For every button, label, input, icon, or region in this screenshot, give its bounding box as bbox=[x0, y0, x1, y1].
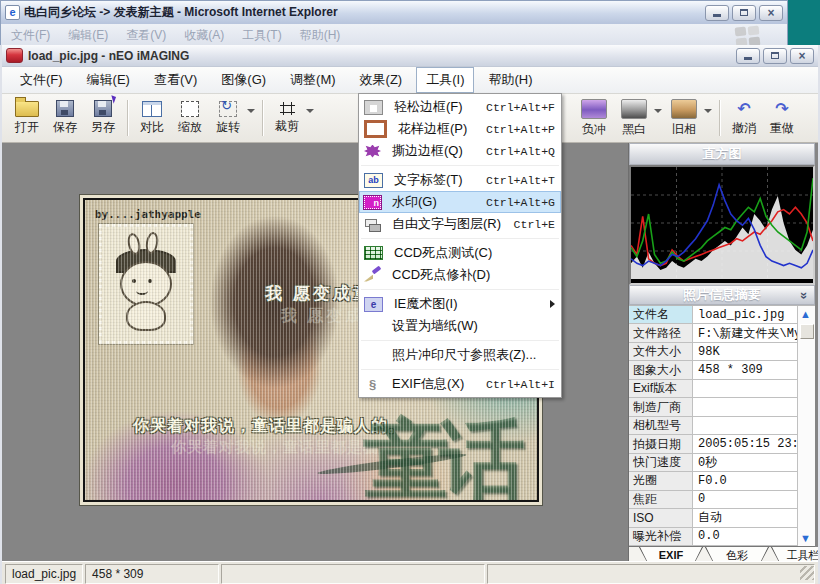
ie-maximize-button[interactable] bbox=[732, 5, 756, 21]
menu-item-top[interactable]: 图像(G) bbox=[211, 67, 276, 93]
tools-menu-item[interactable]: n水印(G)Ctrl+Alt+G bbox=[359, 191, 561, 213]
tools-dropdown-menu: 轻松边框(F)Ctrl+Alt+F花样边框(P)Ctrl+Alt+P撕边边框(Q… bbox=[358, 93, 562, 398]
sepia-thumb-icon bbox=[671, 99, 697, 119]
dropdown-arrow-icon[interactable] bbox=[306, 109, 314, 113]
dropdown-arrow-icon[interactable] bbox=[704, 109, 712, 113]
info-label[interactable]: ISO bbox=[629, 509, 693, 526]
cartoon-eye bbox=[148, 279, 152, 283]
toolbar-button-label: 负冲 bbox=[582, 121, 606, 138]
menu-item-top[interactable]: 效果(Z) bbox=[350, 67, 413, 93]
toolbar-button-label: 重做 bbox=[770, 120, 794, 137]
ie-menu-item[interactable]: 编辑(E) bbox=[68, 27, 108, 44]
tab-工具栏[interactable]: 工具栏 bbox=[771, 547, 818, 561]
tools-menu-shortcut: Ctrl+Alt+P bbox=[486, 123, 555, 136]
toolbar-button-sepiathumb[interactable]: 旧相 bbox=[664, 97, 704, 140]
ie-menu-item[interactable]: 查看(V) bbox=[126, 27, 166, 44]
toolbar-button-saveasfloppy[interactable]: 另存 bbox=[84, 98, 122, 138]
ie-close-button[interactable]: × bbox=[759, 5, 783, 21]
ie-menubar: 文件(F)编辑(E)查看(V)收藏(A)工具(T)帮助(H) bbox=[1, 24, 787, 46]
neo-close-button[interactable]: × bbox=[790, 48, 814, 64]
tools-menu-item[interactable]: 撕边边框(Q)Ctrl+Alt+Q bbox=[359, 140, 561, 162]
dropdown-arrow-icon[interactable] bbox=[247, 109, 255, 113]
info-value: 98K bbox=[693, 343, 798, 360]
tools-menu-item[interactable]: 照片冲印尺寸参照表(Z)... bbox=[359, 344, 561, 366]
tab-label: EXIF bbox=[645, 547, 697, 561]
info-label[interactable]: 相机型号 bbox=[629, 417, 693, 434]
info-value: 458 * 309 bbox=[693, 361, 798, 378]
dropdown-arrow-icon[interactable] bbox=[654, 109, 662, 113]
tools-menu-shortcut: Ctrl+Alt+T bbox=[486, 174, 555, 187]
collapse-chevron-icon[interactable]: » bbox=[797, 292, 812, 299]
info-label[interactable]: 曝光补偿 bbox=[629, 528, 693, 545]
menu-item-top[interactable]: 调整(M) bbox=[280, 67, 346, 93]
toolbar-button-cropmarks[interactable]: 裁剪 bbox=[268, 100, 306, 137]
menu-item-top[interactable]: 查看(V) bbox=[144, 67, 207, 93]
ie-titlebar[interactable]: e 电白同乡论坛 -> 发表新主题 - Microsoft Internet E… bbox=[1, 1, 787, 24]
toolbar-button-label: 旋转 bbox=[216, 119, 240, 136]
resize-grip[interactable] bbox=[800, 566, 814, 580]
info-label[interactable]: 拍摄日期 bbox=[629, 435, 693, 452]
rotate-arrow-icon bbox=[219, 101, 237, 117]
desktop: e 电白同乡论坛 -> 发表新主题 - Microsoft Internet E… bbox=[0, 0, 820, 584]
tools-menu-item[interactable]: eIE魔术图(I) bbox=[359, 293, 561, 315]
ie-menu-item[interactable]: 文件(F) bbox=[11, 27, 50, 44]
tools-menu-shortcut: Ctrl+Alt+F bbox=[486, 101, 555, 114]
photo-info-header: 照片信息摘要 » bbox=[629, 285, 815, 305]
toolbar-button-savefloppy[interactable]: 保存 bbox=[46, 98, 84, 138]
info-label[interactable]: 文件大小 bbox=[629, 343, 693, 360]
info-label[interactable]: 光圈 bbox=[629, 472, 693, 489]
info-value: 0 bbox=[693, 491, 798, 508]
tools-menu-item-label: 撕边边框(Q) bbox=[392, 142, 463, 160]
photo-info-table: 文件名load_pic.jpg文件路径F:\新建文件夹\My文件大小98K图象大… bbox=[629, 305, 815, 546]
toolbar-right-group: 负冲黑白旧相↶撤消↷重做 bbox=[574, 96, 801, 140]
toolbar-button-comparewindows[interactable]: 对比 bbox=[133, 99, 171, 138]
toolbar-separator bbox=[719, 100, 720, 136]
ie-menu-item[interactable]: 工具(T) bbox=[242, 27, 281, 44]
tab-exif[interactable]: EXIF bbox=[639, 547, 703, 561]
toolbar-button-openfolder[interactable]: 打开 bbox=[8, 99, 46, 138]
toolbar-button-rotatearrow[interactable]: 旋转 bbox=[209, 99, 247, 138]
tools-menu-item[interactable]: 轻松边框(F)Ctrl+Alt+F bbox=[359, 96, 561, 118]
close-icon: × bbox=[767, 8, 774, 18]
tools-menu-item[interactable]: CCD死点修补(D) bbox=[359, 264, 561, 286]
info-value bbox=[693, 398, 798, 415]
menu-item-top[interactable]: 文件(F) bbox=[10, 67, 73, 93]
tools-menu-shortcut: Ctrl+Alt+G bbox=[486, 196, 555, 209]
tools-menu-item[interactable]: ab文字标签(T)Ctrl+Alt+T bbox=[359, 169, 561, 191]
info-label[interactable]: 图象大小 bbox=[629, 361, 693, 378]
status-image-size: 458 * 309 bbox=[85, 564, 219, 584]
info-label[interactable]: 快门速度 bbox=[629, 454, 693, 471]
scroll-up-icon[interactable]: ▲ bbox=[800, 308, 811, 320]
tools-menu-item-label: 设置为墙纸(W) bbox=[392, 317, 478, 335]
tools-menu-item[interactable]: §EXIF信息(X)Ctrl+Alt+I bbox=[359, 373, 561, 395]
info-label[interactable]: 文件路径 bbox=[629, 324, 693, 341]
toolbar-button-redoarrow[interactable]: ↷重做 bbox=[763, 97, 801, 139]
watermark-icon: n bbox=[364, 196, 381, 209]
ie-minimize-button[interactable] bbox=[705, 5, 729, 21]
menu-item-top[interactable]: 帮助(H) bbox=[478, 67, 542, 93]
info-label[interactable]: 文件名 bbox=[629, 306, 693, 323]
toolbar-button-undoarrow[interactable]: ↶撤消 bbox=[725, 97, 763, 139]
neo-titlebar[interactable]: load_pic.jpg - nEO iMAGING × bbox=[2, 45, 818, 67]
info-label[interactable]: 制造厂商 bbox=[629, 398, 693, 415]
neo-maximize-button[interactable] bbox=[763, 48, 787, 64]
tab-色彩[interactable]: 色彩 bbox=[705, 547, 769, 561]
tools-menu-item[interactable]: 花样边框(P)Ctrl+Alt+P bbox=[359, 118, 561, 140]
neo-minimize-button[interactable] bbox=[736, 48, 760, 64]
tools-menu-item[interactable]: CCD死点测试(C) bbox=[359, 242, 561, 264]
info-label[interactable]: Exif版本 bbox=[629, 380, 693, 397]
tools-menu-item[interactable]: 自由文字与图层(R)Ctrl+E bbox=[359, 213, 561, 235]
ie-menu-item[interactable]: 帮助(H) bbox=[300, 27, 341, 44]
menu-item-top[interactable]: 编辑(E) bbox=[77, 67, 140, 93]
tools-menu-item[interactable]: 设置为墙纸(W) bbox=[359, 315, 561, 337]
toolbar-button-negativethumb[interactable]: 负冲 bbox=[574, 97, 614, 140]
toolbar-button-grayscalethumb[interactable]: 黑白 bbox=[614, 97, 654, 140]
tools-menu-item-label: 自由文字与图层(R) bbox=[392, 215, 501, 233]
toolbar-button-zoommarquee[interactable]: 缩放 bbox=[171, 99, 209, 138]
ie-menu-item[interactable]: 收藏(A) bbox=[184, 27, 224, 44]
scrollbar-thumb[interactable] bbox=[800, 324, 814, 339]
menu-item-tools-open[interactable]: 工具(I) bbox=[416, 67, 474, 93]
info-scrollbar[interactable]: ▲ ▼ bbox=[798, 306, 815, 546]
info-label[interactable]: 焦距 bbox=[629, 491, 693, 508]
scroll-down-icon[interactable]: ▼ bbox=[800, 532, 811, 544]
